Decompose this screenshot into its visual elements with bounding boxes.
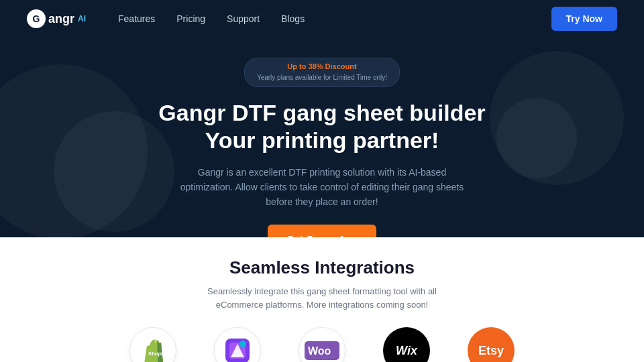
integrations-description: Seamlessly integrate this gang sheet for… xyxy=(188,285,456,311)
nav-item-features[interactable]: Features xyxy=(118,13,155,25)
wix-item: Wix Wix xyxy=(376,327,437,362)
woocommerce-logo: Woo xyxy=(299,327,345,362)
etsy-logo: Etsy xyxy=(468,327,515,362)
etsy-icon: Etsy xyxy=(478,344,504,358)
hero-section: Up to 38% Discount Yearly plans availabl… xyxy=(0,38,644,237)
discount-badge: Up to 38% Discount Yearly plans availabl… xyxy=(244,58,400,87)
hero-description: Gangr is an excellent DTF printing solut… xyxy=(174,165,470,210)
integrations-title: Seamless Integrations xyxy=(27,257,617,278)
hero-headline: Gangr DTF gang sheet builder Your printi… xyxy=(27,99,617,154)
support-link[interactable]: Support xyxy=(227,13,260,24)
custom-app-icon xyxy=(224,337,251,362)
wix-logo: Wix xyxy=(383,327,430,362)
woocommerce-item: Woo Woocommerce xyxy=(292,327,352,362)
integrations-section: Seamless Integrations Seamlessly integra… xyxy=(0,237,644,362)
hero-headline-line2: Your printing partner! xyxy=(205,127,439,153)
logo-ai: AI xyxy=(78,14,86,23)
shopify-logo: Shopify xyxy=(129,327,176,362)
nav-item-blogs[interactable]: Blogs xyxy=(281,13,305,25)
custom-app-item: Custom App xyxy=(207,327,268,362)
shopify-item: Shopify Shopify xyxy=(123,327,183,362)
badge-discount-text: Up to 38% Discount xyxy=(257,62,387,70)
shopify-icon: Shopify xyxy=(140,338,166,362)
get-app-button[interactable]: Get Gangr App xyxy=(268,225,376,237)
blogs-link[interactable]: Blogs xyxy=(281,13,305,24)
hero-headline-line1: Gangr DTF gang sheet builder xyxy=(158,100,485,125)
features-link[interactable]: Features xyxy=(118,13,155,24)
nav-links: Features Pricing Support Blogs xyxy=(118,13,551,25)
nav-item-support[interactable]: Support xyxy=(227,13,260,25)
integration-icons-row: Shopify Shopify Custom App xyxy=(27,327,617,362)
logo: G angr AI xyxy=(27,9,86,28)
pricing-link[interactable]: Pricing xyxy=(176,13,205,24)
logo-icon: G xyxy=(27,9,46,28)
wix-icon: Wix xyxy=(396,344,417,358)
svg-text:Woo: Woo xyxy=(308,345,331,357)
custom-app-logo xyxy=(214,327,261,362)
badge-yearly-text: Yearly plans available for Limited Time … xyxy=(257,74,387,81)
logo-text: angr xyxy=(48,12,74,26)
navbar: G angr AI Features Pricing Support Blogs… xyxy=(0,0,644,38)
svg-point-4 xyxy=(239,341,246,347)
etsy-item: Etsy Etsy xyxy=(461,327,521,362)
nav-item-pricing[interactable]: Pricing xyxy=(176,13,205,25)
try-now-button[interactable]: Try Now xyxy=(551,7,617,31)
svg-text:Shopify: Shopify xyxy=(148,351,166,357)
woocommerce-icon: Woo xyxy=(305,341,339,360)
